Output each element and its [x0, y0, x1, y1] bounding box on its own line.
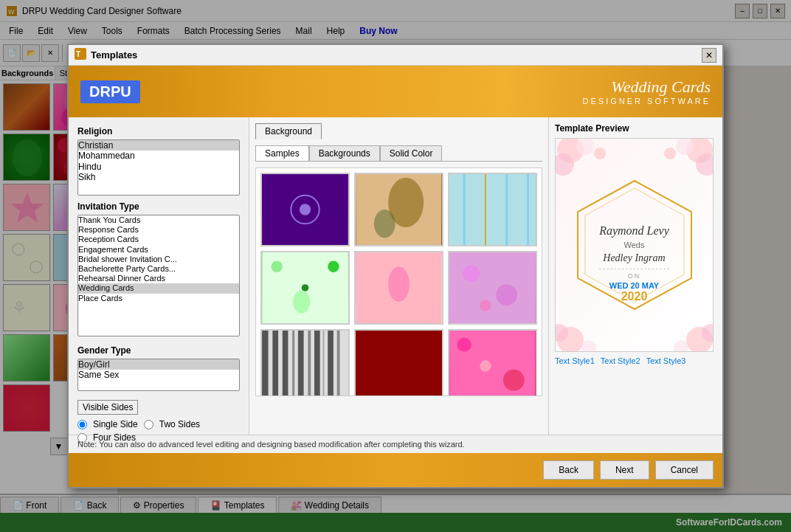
drpu-logo: DRPU [80, 80, 140, 103]
modal-icon: T [75, 48, 86, 62]
background-tab-button[interactable]: Background [255, 123, 322, 139]
gender-samesex: Same Sex [78, 370, 239, 380]
svg-point-34 [328, 261, 339, 272]
two-sides-label: Two Sides [159, 419, 200, 429]
svg-rect-39 [450, 252, 535, 323]
svg-rect-49 [308, 331, 311, 396]
svg-point-26 [374, 210, 396, 238]
visible-sides-label: Visible Sides [77, 400, 138, 415]
single-side-row: Single Side Two Sides [77, 419, 240, 429]
inv-wedding: Wedding Cards [78, 283, 239, 293]
inv-reception: Reception Cards [78, 235, 239, 244]
svg-rect-47 [292, 331, 294, 396]
modal-center-panel: Background Samples Backgrounds Solid Col… [249, 117, 549, 435]
svg-point-73 [581, 340, 596, 351]
invitation-type-listbox[interactable]: Thank You Cards Response Cards Reception… [77, 215, 240, 336]
text-styles-row: Text Style1 Text Style2 Text Style3 [555, 356, 716, 365]
template-thumb-8[interactable] [354, 329, 443, 396]
svg-point-38 [388, 266, 410, 302]
modal-right-panel: Template Preview [549, 117, 722, 435]
banner-title-line2: DESIGNER SOFTWARE [583, 97, 711, 106]
banner-title: Wedding Cards DESIGNER SOFTWARE [583, 77, 711, 106]
inv-response: Response Cards [78, 225, 239, 235]
preview-name2: Hedley Ingram [599, 252, 669, 264]
template-thumb-5[interactable] [354, 251, 443, 325]
preview-label: Template Preview [555, 123, 716, 134]
svg-point-42 [480, 300, 491, 311]
modal-close-button[interactable]: ✕ [702, 48, 716, 63]
template-thumb-3[interactable] [448, 173, 537, 246]
modal-title: Templates [91, 49, 137, 61]
modal-footer: Back Next Cancel [69, 453, 722, 487]
preview-year: 2020 [599, 290, 669, 303]
religion-label: Religion [77, 126, 240, 137]
preview-on: ON [599, 269, 669, 280]
template-thumb-2[interactable] [354, 173, 443, 246]
banner-title-line1: Wedding Cards [583, 77, 711, 97]
template-thumb-1[interactable] [260, 173, 350, 246]
svg-rect-53 [337, 331, 340, 396]
svg-point-41 [496, 284, 517, 305]
templates-modal: T Templates ✕ DRPU Wedding Cards DESIGNE… [67, 44, 724, 488]
template-thumb-9[interactable] [448, 329, 537, 396]
inv-engagement: Engagement Cards [78, 245, 239, 255]
svg-rect-52 [328, 331, 334, 396]
svg-text:T: T [76, 50, 80, 58]
gender-section: Gender Type Boy/Girl Same Sex [77, 345, 240, 391]
modal-left-panel: Religion Christian Mohammedan Hindu Sikh… [69, 117, 249, 435]
gender-label: Gender Type [77, 345, 240, 356]
svg-point-66 [664, 148, 676, 159]
religion-mohammedan: Mohammedan [78, 151, 239, 161]
svg-point-57 [503, 370, 525, 391]
single-side-label: Single Side [93, 419, 138, 429]
preview-name1: Raymond Levy [599, 224, 669, 238]
template-thumb-4[interactable] [260, 251, 350, 325]
svg-point-33 [271, 261, 282, 272]
next-button[interactable]: Next [600, 460, 649, 480]
text-style-3-link[interactable]: Text Style3 [646, 356, 686, 365]
preview-date: WED 20 MAY [599, 281, 669, 290]
svg-point-23 [300, 204, 311, 215]
svg-rect-46 [283, 331, 289, 396]
visible-sides-section: Visible Sides Single Side Two Sides Four… [77, 400, 240, 443]
svg-rect-54 [356, 331, 441, 396]
invitation-type-label: Invitation Type [77, 201, 240, 212]
svg-rect-45 [272, 331, 278, 396]
template-thumb-6[interactable] [448, 251, 537, 325]
modal-overlay: T Templates ✕ DRPU Wedding Cards DESIGNE… [0, 0, 791, 532]
cancel-button[interactable]: Cancel [655, 460, 714, 480]
svg-rect-48 [298, 331, 304, 396]
religion-sikh: Sikh [78, 172, 239, 182]
back-button[interactable]: Back [543, 460, 594, 480]
preview-flowers-bottom [556, 311, 713, 351]
subtab-backgrounds[interactable]: Backgrounds [309, 145, 380, 161]
preview-card: Raymond Levy Weds Hedley Ingram ON WED 2… [556, 139, 713, 351]
text-style-2-link[interactable]: Text Style2 [601, 356, 640, 365]
template-thumb-7[interactable] [260, 329, 350, 396]
subtab-solid-color[interactable]: Solid Color [380, 145, 443, 161]
two-sides-radio[interactable] [144, 420, 153, 429]
inv-bridal: Bridal shower Invitation C... [78, 255, 239, 264]
svg-point-65 [594, 148, 606, 159]
text-style-1-link[interactable]: Text Style1 [555, 356, 595, 365]
religion-listbox[interactable]: Christian Mohammedan Hindu Sikh [77, 139, 240, 196]
svg-point-74 [674, 340, 688, 351]
inv-bachelorette: Bachelorette Party Cards... [78, 264, 239, 274]
modal-body: Religion Christian Mohammedan Hindu Sikh… [69, 117, 722, 435]
gender-boygirl: Boy/Girl [78, 359, 239, 370]
templates-grid [256, 168, 542, 396]
preview-text-area: Raymond Levy Weds Hedley Ingram ON WED 2… [599, 224, 669, 303]
inv-place: Place Cards [78, 294, 239, 303]
modal-title-bar: T Templates ✕ [69, 45, 722, 66]
religion-christian: Christian [78, 140, 239, 151]
templates-scroll-area[interactable] [255, 167, 542, 396]
preview-box: Raymond Levy Weds Hedley Ingram ON WED 2… [555, 138, 714, 352]
svg-rect-44 [263, 331, 269, 396]
modal-banner: DRPU Wedding Cards DESIGNER SOFTWARE [69, 66, 722, 117]
svg-rect-27 [450, 174, 535, 245]
gender-listbox[interactable]: Boy/Girl Same Sex [77, 359, 240, 391]
subtab-samples[interactable]: Samples [255, 145, 309, 161]
svg-point-56 [457, 338, 472, 352]
svg-point-36 [293, 291, 310, 314]
single-side-radio[interactable] [77, 420, 87, 429]
